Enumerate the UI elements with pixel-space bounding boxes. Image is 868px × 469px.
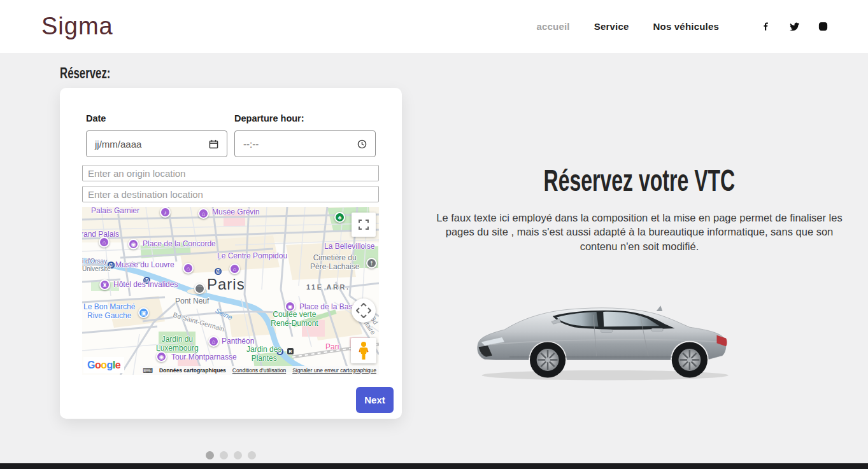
fullscreen-button[interactable]: [352, 213, 376, 237]
metro-icon[interactable]: M: [215, 268, 222, 275]
poi-orsay[interactable]: i d'Orsay: [82, 258, 107, 265]
hour-label: Departure hour:: [234, 113, 376, 123]
instagram-icon: [818, 22, 828, 31]
keyboard-icon: ⌨: [143, 367, 153, 375]
destination-input[interactable]: [82, 186, 379, 202]
hero-section: Réservez votre VTC Le faux texte ici emp…: [419, 167, 860, 391]
nav-accueil[interactable]: accueil: [536, 21, 569, 32]
google-logo[interactable]: G o o g l e: [83, 357, 124, 373]
carousel-dot-2[interactable]: [220, 451, 228, 459]
date-label: Date: [86, 113, 227, 123]
hour-input[interactable]: --:--: [234, 130, 376, 157]
poi-universite[interactable]: Université: [82, 265, 110, 273]
poi-luxembourg[interactable]: Jardin du Luxembourg: [156, 335, 199, 353]
report-error-link[interactable]: Signaler une erreur cartographique: [292, 367, 376, 374]
facebook-icon: [761, 22, 771, 31]
museum-poi-icon[interactable]: ⌂: [229, 263, 240, 274]
poi-montparnasse[interactable]: Tour Montparnasse: [171, 353, 237, 362]
site-logo[interactable]: Sigma: [41, 13, 113, 40]
pan-control[interactable]: [352, 298, 376, 323]
twitter-icon: [790, 22, 799, 31]
cemetery-poi-icon[interactable]: †: [366, 258, 377, 269]
map-district-label: 11E ARR.: [306, 283, 350, 291]
terms-link[interactable]: Conditions d'utilisation: [232, 367, 286, 374]
castle-poi-icon[interactable]: ♜: [99, 279, 110, 290]
poi-musee-grevin[interactable]: Musée Grévin: [212, 208, 260, 217]
poi-place-concorde[interactable]: Place de la Concorde: [143, 240, 216, 249]
map-city-label: Paris: [207, 276, 245, 293]
header: Sigma accueil Service Nos véhicules: [0, 0, 868, 53]
pegman-icon: [357, 341, 371, 360]
museum-poi-icon[interactable]: ⌂: [183, 263, 194, 274]
hour-value: --:--: [243, 139, 259, 150]
nav-vehicules[interactable]: Nos véhicules: [653, 21, 719, 32]
rer-icon[interactable]: R: [287, 347, 294, 355]
next-button[interactable]: Next: [356, 387, 394, 413]
date-value: jj/mm/aaaa: [95, 139, 141, 150]
clock-icon: [357, 139, 367, 149]
poi-jardin-plantes[interactable]: Jardin des Plantes: [246, 346, 281, 363]
carousel-dot-3[interactable]: [234, 451, 242, 459]
poi-pompidou[interactable]: Le Centre Pompidou: [217, 252, 287, 261]
datetime-row: Date jj/mm/aaaa Departure hour: --:--: [86, 113, 380, 157]
google-map[interactable]: ♪ ⌂ ⌂ ◉ ⌂ ⌂ † ♜ ⌒ ▣ ◉ ⌂ ◉ ♣ M M M M R Pa…: [82, 207, 379, 375]
park-poi-icon[interactable]: ♣: [334, 212, 345, 223]
museum-poi-icon[interactable]: ⌂: [198, 208, 209, 219]
bridge-poi-icon[interactable]: ⌒: [194, 283, 205, 294]
calendar-icon: [209, 139, 218, 149]
main-nav: accueil Service Nos véhicules: [512, 21, 828, 32]
car-image: [471, 290, 745, 391]
pegman-button[interactable]: [351, 338, 376, 363]
poi-coulee-verte[interactable]: Coulée verte René-Dumont: [271, 311, 318, 328]
carousel-dots: [60, 451, 402, 459]
poi-grand-palais[interactable]: rand Palais: [82, 230, 119, 239]
monument-poi-icon[interactable]: ⌂: [208, 336, 219, 347]
carousel-dot-1[interactable]: [206, 451, 214, 459]
social-links: [742, 22, 828, 31]
music-poi-icon[interactable]: ♪: [160, 207, 171, 218]
pan-icon: [356, 303, 371, 318]
poi-louvre[interactable]: Musée du Louvre: [115, 261, 174, 270]
poi-paris-pink[interactable]: Pari: [325, 343, 339, 352]
carousel-dot-4[interactable]: [248, 451, 256, 459]
poi-invalides[interactable]: Hôtel des Invalides: [113, 281, 178, 290]
footer-bar: [0, 463, 868, 469]
poi-palais-garnier[interactable]: Palais Garnier: [91, 207, 139, 216]
poi-pont-neuf[interactable]: Pont Neuf: [175, 297, 209, 306]
poi-pere-lachaise[interactable]: Cimetière du Père-Lachaise: [310, 254, 359, 272]
shopping-poi-icon[interactable]: ▣: [138, 307, 149, 318]
hero-paragraph: Le faux texte ici employé dans la compos…: [431, 211, 848, 253]
map-attribution: ⌨ Données cartographiques Conditions d'u…: [140, 366, 379, 375]
fullscreen-icon: [358, 219, 369, 230]
camera-poi-icon[interactable]: ◉: [128, 239, 139, 249]
booking-card: Date jj/mm/aaaa Departure hour: --:--: [60, 88, 402, 419]
section-label: Réservez:: [60, 64, 110, 82]
facebook-link[interactable]: [761, 22, 771, 31]
hero-title: Réservez votre VTC: [544, 164, 736, 198]
twitter-link[interactable]: [790, 22, 799, 31]
poi-bon-marche[interactable]: Le Bon Marché Rive Gauche: [83, 303, 135, 321]
date-input[interactable]: jj/mm/aaaa: [86, 130, 227, 157]
map-data-label: Données cartographiques: [159, 367, 226, 374]
nav-service[interactable]: Service: [594, 21, 629, 32]
instagram-link[interactable]: [818, 22, 828, 31]
origin-input[interactable]: [82, 165, 379, 181]
poi-bellevilloise[interactable]: La Bellevilloise: [324, 242, 374, 251]
